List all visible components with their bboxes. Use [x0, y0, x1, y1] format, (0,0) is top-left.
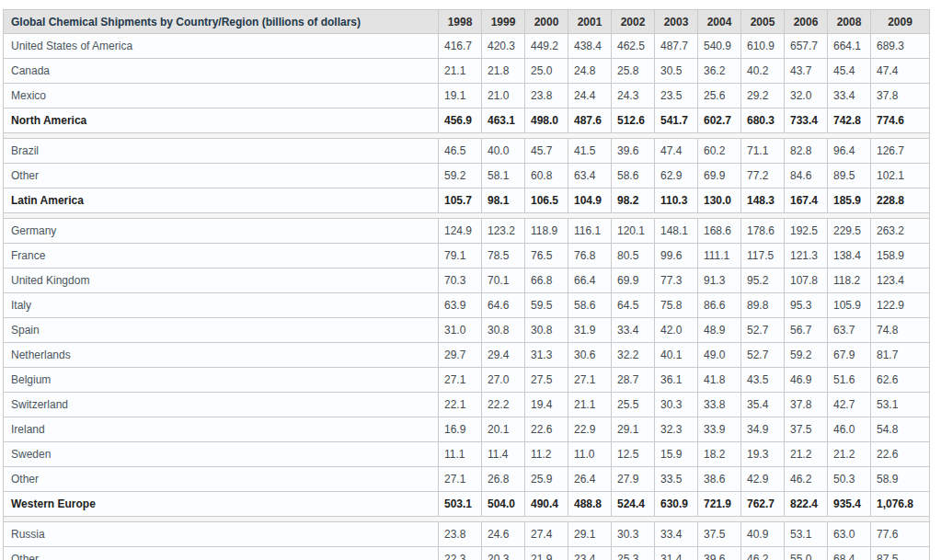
- table-body: United States of America416.7420.3449.24…: [4, 34, 930, 560]
- value-cell: 40.0: [482, 139, 525, 164]
- value-cell: 42.7: [828, 393, 871, 417]
- year-column-header: 2009: [871, 10, 930, 34]
- value-cell: 138.4: [828, 244, 871, 269]
- value-cell: 27.9: [612, 467, 655, 492]
- value-cell: 512.6: [612, 109, 655, 133]
- country-row: Other59.258.160.863.458.662.969.977.284.…: [4, 164, 930, 189]
- value-cell: 40.2: [741, 59, 785, 84]
- value-cell: 64.5: [612, 293, 655, 318]
- value-cell: 33.5: [655, 467, 698, 492]
- row-label: Other: [4, 164, 439, 189]
- country-row: Other27.126.825.926.427.933.538.642.946.…: [4, 467, 930, 492]
- value-cell: 504.0: [482, 492, 525, 517]
- value-cell: 106.5: [525, 189, 568, 213]
- value-cell: 33.9: [698, 417, 741, 442]
- row-label: Germany: [4, 219, 439, 244]
- country-row: Switzerland22.122.219.421.125.530.333.83…: [4, 393, 930, 417]
- value-cell: 59.2: [439, 164, 482, 189]
- value-cell: 28.7: [612, 368, 655, 393]
- row-label: Belgium: [4, 368, 439, 393]
- value-cell: 420.3: [482, 34, 525, 59]
- value-cell: 77.2: [741, 164, 785, 189]
- value-cell: 22.3: [439, 547, 482, 560]
- country-row: Canada21.121.825.024.825.830.536.240.243…: [4, 59, 930, 84]
- value-cell: 36.1: [655, 368, 698, 393]
- value-cell: 610.9: [741, 34, 785, 59]
- row-label: Canada: [4, 59, 439, 84]
- value-cell: 30.3: [655, 393, 698, 417]
- value-cell: 52.7: [741, 343, 785, 368]
- value-cell: 87.5: [871, 547, 930, 560]
- value-cell: 33.4: [655, 522, 698, 547]
- value-cell: 11.4: [482, 442, 525, 467]
- value-cell: 664.1: [828, 34, 871, 59]
- value-cell: 185.9: [828, 189, 871, 213]
- value-cell: 118.2: [828, 269, 871, 293]
- value-cell: 602.7: [698, 109, 741, 133]
- value-cell: 99.6: [655, 244, 698, 269]
- table-container: Global Chemical Shipments by Country/Reg…: [0, 0, 941, 560]
- value-cell: 18.2: [698, 442, 741, 467]
- value-cell: 45.7: [525, 139, 568, 164]
- value-cell: 39.6: [698, 547, 741, 560]
- value-cell: 33.4: [828, 84, 871, 109]
- value-cell: 32.0: [785, 84, 828, 109]
- value-cell: 20.3: [482, 547, 525, 560]
- value-cell: 96.4: [828, 139, 871, 164]
- value-cell: 46.9: [785, 368, 828, 393]
- value-cell: 69.9: [612, 269, 655, 293]
- year-column-header: 1999: [482, 10, 525, 34]
- value-cell: 63.7: [828, 318, 871, 343]
- country-row: United States of America416.7420.3449.24…: [4, 34, 930, 59]
- value-cell: 25.6: [698, 84, 741, 109]
- value-cell: 463.1: [482, 109, 525, 133]
- value-cell: 167.4: [785, 189, 828, 213]
- year-column-header: 2002: [612, 10, 655, 34]
- value-cell: 488.8: [568, 492, 612, 517]
- value-cell: 74.8: [871, 318, 930, 343]
- value-cell: 416.7: [439, 34, 482, 59]
- value-cell: 742.8: [828, 109, 871, 133]
- region-total-row: North America456.9463.1498.0487.6512.654…: [4, 109, 930, 133]
- value-cell: 24.3: [612, 84, 655, 109]
- value-cell: 84.6: [785, 164, 828, 189]
- value-cell: 31.9: [568, 318, 612, 343]
- value-cell: 56.7: [785, 318, 828, 343]
- value-cell: 67.9: [828, 343, 871, 368]
- value-cell: 490.4: [525, 492, 568, 517]
- value-cell: 35.4: [741, 393, 785, 417]
- value-cell: 24.6: [482, 522, 525, 547]
- value-cell: 95.3: [785, 293, 828, 318]
- region-total-row: Western Europe503.1504.0490.4488.8524.46…: [4, 492, 930, 517]
- value-cell: 75.8: [655, 293, 698, 318]
- value-cell: 27.1: [439, 368, 482, 393]
- row-label: Latin America: [4, 189, 439, 213]
- value-cell: 689.3: [871, 34, 930, 59]
- value-cell: 89.5: [828, 164, 871, 189]
- header-row: Global Chemical Shipments by Country/Reg…: [4, 10, 930, 34]
- value-cell: 32.2: [612, 343, 655, 368]
- value-cell: 487.7: [655, 34, 698, 59]
- value-cell: 24.4: [568, 84, 612, 109]
- value-cell: 62.9: [655, 164, 698, 189]
- year-column-header: 2004: [698, 10, 741, 34]
- country-row: Ireland16.920.122.622.929.132.333.934.93…: [4, 417, 930, 442]
- value-cell: 77.6: [871, 522, 930, 547]
- value-cell: 60.8: [525, 164, 568, 189]
- value-cell: 228.8: [871, 189, 930, 213]
- value-cell: 25.9: [525, 467, 568, 492]
- value-cell: 21.8: [482, 59, 525, 84]
- value-cell: 22.9: [568, 417, 612, 442]
- value-cell: 54.8: [871, 417, 930, 442]
- value-cell: 76.5: [525, 244, 568, 269]
- value-cell: 105.7: [439, 189, 482, 213]
- value-cell: 66.4: [568, 269, 612, 293]
- value-cell: 27.1: [439, 467, 482, 492]
- value-cell: 148.3: [741, 189, 785, 213]
- value-cell: 37.8: [871, 84, 930, 109]
- value-cell: 721.9: [698, 492, 741, 517]
- value-cell: 30.6: [568, 343, 612, 368]
- table-head: Global Chemical Shipments by Country/Reg…: [4, 10, 930, 34]
- value-cell: 58.6: [568, 293, 612, 318]
- value-cell: 148.1: [655, 219, 698, 244]
